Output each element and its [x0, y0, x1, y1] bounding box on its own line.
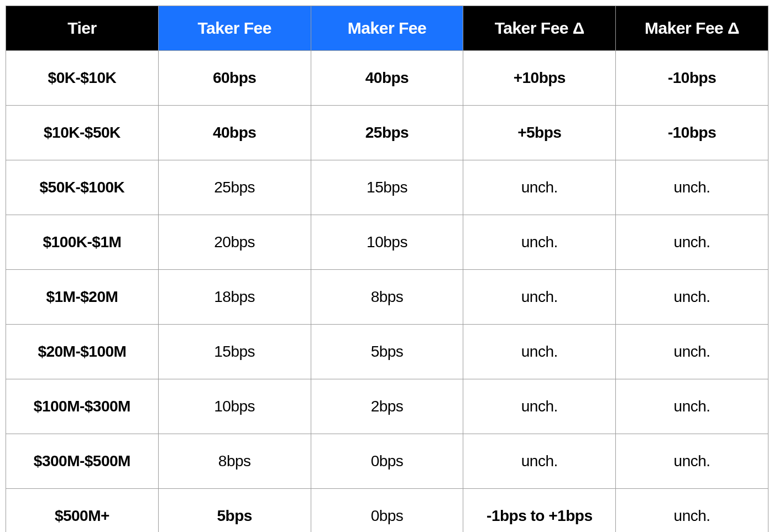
- maker-fee-delta-cell: unch.: [616, 379, 768, 434]
- taker-fee-cell: 8bps: [158, 434, 311, 489]
- maker-fee-cell: 10bps: [311, 215, 463, 270]
- taker-fee-cell: 10bps: [158, 379, 311, 434]
- maker-fee-cell: 8bps: [311, 270, 463, 325]
- maker-fee-delta-cell: -10bps: [616, 106, 768, 160]
- taker-fee-delta-cell: +10bps: [463, 51, 616, 106]
- maker-fee-cell: 2bps: [311, 379, 463, 434]
- maker-fee-delta-cell: unch.: [616, 325, 768, 379]
- tier-cell: $1M-$20M: [6, 270, 159, 325]
- maker-fee-delta-cell: unch.: [616, 489, 768, 533]
- table-body: $0K-$10K60bps40bps+10bps-10bps$10K-$50K4…: [6, 51, 768, 533]
- table-row: $500M+5bps0bps-1bps to +1bpsunch.: [6, 489, 768, 533]
- taker-fee-cell: 20bps: [158, 215, 311, 270]
- tier-cell: $0K-$10K: [6, 51, 159, 106]
- taker-fee-delta-cell: -1bps to +1bps: [463, 489, 616, 533]
- table-row: $1M-$20M18bps8bpsunch.unch.: [6, 270, 768, 325]
- taker-fee-cell: 5bps: [158, 489, 311, 533]
- taker-fee-delta-cell: +5bps: [463, 106, 616, 160]
- col-header-maker-fee: Maker Fee: [311, 6, 463, 51]
- col-header-maker-fee-delta: Maker Fee Δ: [616, 6, 768, 51]
- taker-fee-delta-cell: unch.: [463, 160, 616, 215]
- tier-cell: $100M-$300M: [6, 379, 159, 434]
- table-row: $0K-$10K60bps40bps+10bps-10bps: [6, 51, 768, 106]
- maker-fee-delta-cell: unch.: [616, 215, 768, 270]
- tier-cell: $10K-$50K: [6, 106, 159, 160]
- taker-fee-delta-cell: unch.: [463, 325, 616, 379]
- taker-fee-cell: 25bps: [158, 160, 311, 215]
- maker-fee-delta-cell: unch.: [616, 434, 768, 489]
- table-header-row: Tier Taker Fee Maker Fee Taker Fee Δ Mak…: [6, 6, 768, 51]
- table-row: $50K-$100K25bps15bpsunch.unch.: [6, 160, 768, 215]
- col-header-taker-fee: Taker Fee: [158, 6, 311, 51]
- fee-tier-table: Tier Taker Fee Maker Fee Taker Fee Δ Mak…: [6, 6, 768, 532]
- table-row: $300M-$500M8bps0bpsunch.unch.: [6, 434, 768, 489]
- taker-fee-cell: 40bps: [158, 106, 311, 160]
- taker-fee-delta-cell: unch.: [463, 434, 616, 489]
- tier-cell: $20M-$100M: [6, 325, 159, 379]
- maker-fee-delta-cell: unch.: [616, 160, 768, 215]
- taker-fee-cell: 18bps: [158, 270, 311, 325]
- maker-fee-cell: 5bps: [311, 325, 463, 379]
- maker-fee-delta-cell: -10bps: [616, 51, 768, 106]
- taker-fee-cell: 60bps: [158, 51, 311, 106]
- table-row: $10K-$50K40bps25bps+5bps-10bps: [6, 106, 768, 160]
- taker-fee-delta-cell: unch.: [463, 270, 616, 325]
- maker-fee-cell: 0bps: [311, 489, 463, 533]
- taker-fee-delta-cell: unch.: [463, 379, 616, 434]
- taker-fee-cell: 15bps: [158, 325, 311, 379]
- maker-fee-cell: 25bps: [311, 106, 463, 160]
- maker-fee-cell: 15bps: [311, 160, 463, 215]
- maker-fee-delta-cell: unch.: [616, 270, 768, 325]
- tier-cell: $500M+: [6, 489, 159, 533]
- table-row: $100M-$300M10bps2bpsunch.unch.: [6, 379, 768, 434]
- col-header-tier: Tier: [6, 6, 159, 51]
- table-row: $100K-$1M20bps10bpsunch.unch.: [6, 215, 768, 270]
- table-header: Tier Taker Fee Maker Fee Taker Fee Δ Mak…: [6, 6, 768, 51]
- maker-fee-cell: 40bps: [311, 51, 463, 106]
- tier-cell: $100K-$1M: [6, 215, 159, 270]
- table-row: $20M-$100M15bps5bpsunch.unch.: [6, 325, 768, 379]
- tier-cell: $50K-$100K: [6, 160, 159, 215]
- tier-cell: $300M-$500M: [6, 434, 159, 489]
- taker-fee-delta-cell: unch.: [463, 215, 616, 270]
- maker-fee-cell: 0bps: [311, 434, 463, 489]
- col-header-taker-fee-delta: Taker Fee Δ: [463, 6, 616, 51]
